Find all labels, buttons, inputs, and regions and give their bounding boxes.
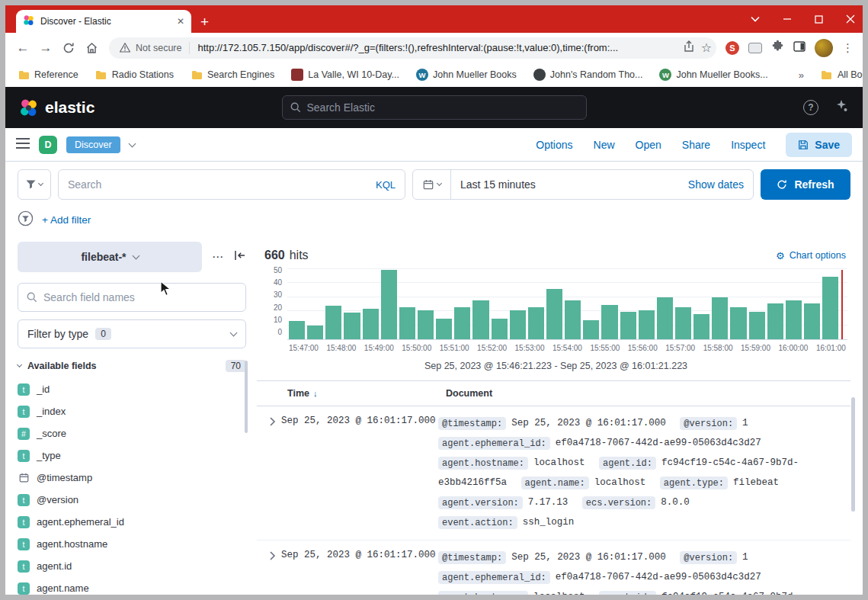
histogram-bar[interactable] — [601, 305, 617, 340]
new-tab-button[interactable]: + — [200, 14, 209, 29]
histogram-bar[interactable] — [767, 303, 783, 339]
time-range-label[interactable]: Last 15 minutes — [451, 178, 536, 191]
share-icon[interactable] — [683, 40, 695, 56]
menu-hamburger-icon[interactable] — [16, 138, 30, 152]
histogram-bar[interactable] — [730, 307, 746, 339]
query-filter-button[interactable] — [18, 169, 51, 200]
bookmark-item[interactable]: Search Engines — [191, 69, 274, 81]
breadcrumb[interactable]: Discover — [66, 136, 120, 153]
histogram-bar[interactable] — [363, 309, 379, 339]
profile-avatar[interactable] — [815, 39, 833, 57]
bookmark-item[interactable]: Reference — [18, 69, 78, 81]
field-item[interactable]: @timestamp — [18, 467, 246, 488]
security-status[interactable]: Not secure — [120, 43, 181, 53]
reload-icon[interactable] — [57, 37, 80, 59]
field-item[interactable]: tagent.hostname — [18, 534, 246, 554]
help-icon[interactable]: ? — [803, 100, 818, 115]
histogram-bar[interactable] — [693, 314, 709, 339]
query-search-input[interactable] — [68, 178, 370, 191]
histogram-bar[interactable] — [418, 310, 434, 339]
maximize-button[interactable] — [815, 15, 823, 24]
field-item[interactable]: t_id — [18, 379, 246, 399]
tab-search-icon[interactable] — [751, 16, 760, 22]
histogram-bar[interactable] — [528, 307, 544, 339]
back-icon[interactable]: ← — [11, 37, 34, 59]
histogram-bar[interactable] — [675, 307, 691, 339]
saved-query-icon[interactable] — [18, 210, 34, 229]
home-icon[interactable] — [80, 37, 103, 59]
browser-tab[interactable]: Discover - Elastic ✕ — [16, 10, 191, 33]
histogram-bar[interactable] — [657, 297, 673, 339]
sidebar-scrollbar[interactable] — [245, 361, 248, 433]
histogram-bar[interactable] — [454, 307, 470, 339]
histogram-bar[interactable] — [436, 319, 452, 339]
field-search-box[interactable] — [18, 283, 246, 312]
expand-row-button[interactable] — [263, 547, 281, 564]
extensions-puzzle-icon[interactable] — [771, 40, 784, 56]
time-column-header[interactable]: Time ↓ — [287, 388, 446, 399]
collapse-sidebar-icon[interactable] — [234, 250, 246, 264]
filter-by-type-select[interactable]: Filter by type 0 — [18, 319, 246, 348]
histogram-bar[interactable] — [822, 277, 838, 339]
collapse-fields-icon[interactable] — [17, 362, 22, 367]
histogram-bar[interactable] — [786, 300, 802, 339]
side-panel-icon[interactable] — [793, 40, 806, 56]
bookmarks-overflow-icon[interactable]: » — [799, 69, 804, 81]
elastic-search-box[interactable] — [282, 95, 587, 120]
query-search-box[interactable]: KQL — [58, 169, 405, 200]
histogram-bar[interactable] — [510, 310, 526, 339]
field-search-input[interactable] — [43, 291, 237, 303]
histogram-bar[interactable] — [472, 300, 488, 339]
chevron-down-icon[interactable] — [128, 140, 136, 147]
histogram-bar[interactable] — [325, 306, 341, 339]
save-button[interactable]: Save — [786, 133, 852, 157]
bookmark-item[interactable]: Radio Stations — [95, 69, 174, 81]
query-language-button[interactable]: KQL — [376, 179, 396, 191]
space-avatar[interactable]: D — [39, 136, 57, 154]
bookmark-star-icon[interactable]: ☆ — [701, 40, 712, 55]
field-item[interactable]: t_index — [18, 401, 246, 422]
forward-icon[interactable]: → — [34, 37, 57, 59]
show-dates-button[interactable]: Show dates — [688, 178, 753, 191]
histogram-bar[interactable] — [565, 300, 581, 339]
extension-gray-icon[interactable] — [748, 43, 762, 53]
histogram-bar[interactable] — [307, 326, 323, 339]
histogram-bar[interactable] — [749, 312, 765, 339]
field-item[interactable]: tagent.id — [18, 556, 246, 576]
all-bookmarks[interactable]: All Bookmarks — [821, 69, 863, 81]
bookmark-item[interactable]: La Valle, WI 10-Day... — [291, 69, 399, 81]
field-item[interactable]: t@version — [18, 489, 246, 510]
address-bar[interactable]: Not secure http://172.105.7.150/app/disc… — [109, 37, 716, 59]
expand-row-button[interactable] — [263, 413, 281, 430]
histogram-bar[interactable] — [804, 303, 820, 339]
calendar-button[interactable] — [413, 170, 451, 199]
elastic-search-input[interactable] — [307, 101, 578, 114]
tab-close-icon[interactable]: ✕ — [177, 17, 184, 26]
bookmark-item[interactable]: WJohn Mueller Books — [416, 69, 517, 81]
histogram-bar[interactable] — [639, 310, 655, 339]
elastic-logo[interactable]: elastic — [19, 98, 94, 117]
field-item[interactable]: #_score — [18, 423, 246, 444]
field-item[interactable]: tagent.name — [18, 578, 246, 595]
extension-red-icon[interactable]: S — [725, 41, 739, 55]
field-item[interactable]: t_type — [18, 445, 246, 466]
field-item[interactable]: tagent.ephemeral_id — [18, 512, 246, 532]
bookmark-item[interactable]: WJohn Mueller Books... — [659, 69, 767, 81]
nav-link-open[interactable]: Open — [636, 139, 661, 151]
histogram-bar[interactable] — [712, 297, 728, 339]
assistant-icon[interactable] — [834, 98, 849, 117]
browser-menu-icon[interactable]: ⋮ — [842, 41, 854, 55]
field-options-icon[interactable]: ⋯ — [212, 250, 224, 264]
histogram-bar[interactable] — [583, 320, 599, 339]
histogram-bar[interactable] — [289, 321, 305, 339]
histogram-bar[interactable] — [620, 312, 636, 339]
histogram-bar[interactable] — [344, 313, 360, 339]
minimize-button[interactable] — [783, 14, 792, 24]
add-filter-button[interactable]: + Add filter — [42, 214, 91, 226]
bookmark-item[interactable]: John's Random Tho... — [533, 69, 643, 81]
doc-table-scrollbar[interactable] — [851, 397, 855, 512]
chart-options-button[interactable]: ⚙ Chart options — [776, 250, 846, 261]
nav-link-inspect[interactable]: Inspect — [731, 139, 765, 151]
data-view-selector[interactable]: filebeat-* — [18, 242, 202, 272]
refresh-button[interactable]: Refresh — [761, 169, 850, 200]
